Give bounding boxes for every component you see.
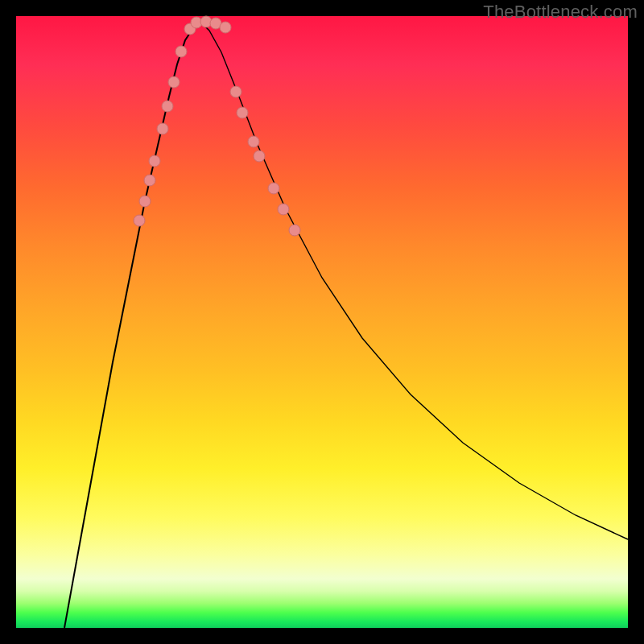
data-marker bbox=[248, 136, 259, 147]
data-marker bbox=[268, 183, 279, 194]
data-marker bbox=[254, 151, 265, 162]
data-marker bbox=[144, 175, 155, 186]
data-marker bbox=[134, 215, 145, 226]
data-marker bbox=[162, 101, 173, 112]
data-marker bbox=[237, 107, 248, 118]
chart-frame bbox=[16, 16, 628, 628]
data-marker bbox=[139, 196, 151, 207]
data-marker bbox=[175, 46, 187, 57]
left-curve bbox=[64, 23, 201, 628]
data-markers bbox=[134, 16, 300, 236]
data-marker bbox=[149, 155, 160, 167]
data-marker bbox=[230, 86, 242, 97]
data-marker bbox=[168, 76, 180, 88]
data-marker bbox=[157, 123, 168, 134]
data-marker bbox=[220, 22, 231, 33]
data-marker bbox=[278, 204, 289, 215]
chart-svg bbox=[16, 16, 628, 628]
right-curve bbox=[201, 23, 628, 539]
data-marker bbox=[289, 225, 300, 236]
watermark-text: TheBottleneck.com bbox=[483, 2, 638, 23]
